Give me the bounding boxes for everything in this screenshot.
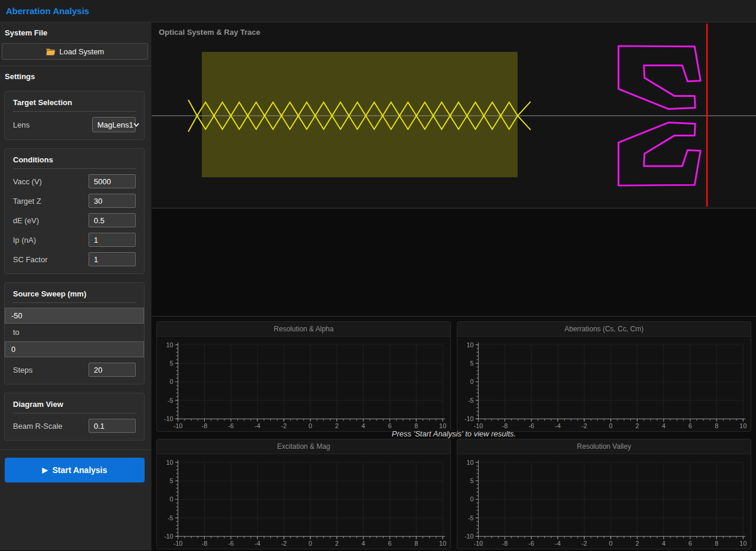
svg-text:-10: -10 [474, 540, 483, 547]
svg-text:6: 6 [688, 540, 692, 547]
svg-text:-5: -5 [168, 397, 174, 404]
svg-text:0: 0 [309, 422, 312, 429]
svg-text:0: 0 [170, 495, 174, 503]
svg-text:-5: -5 [468, 514, 474, 521]
svg-text:-10: -10 [164, 415, 174, 422]
chart-plot-area: -10-8-6-4-20246810-10-50510 [157, 454, 450, 549]
svg-text:4: 4 [662, 422, 666, 429]
steps-label: Steps [13, 366, 32, 374]
svg-text:10: 10 [166, 341, 174, 348]
ray-trace-diagram [152, 22, 756, 208]
chart-plot-area: -10-8-6-4-20246810-10-50510 [157, 337, 450, 431]
play-icon: ▶ [42, 466, 47, 474]
svg-text:8: 8 [715, 422, 718, 429]
vacc-label: Vacc (V) [13, 177, 42, 186]
sc-factor-input[interactable] [89, 252, 136, 266]
app-title: Aberration Analysis [6, 6, 89, 16]
svg-text:10: 10 [739, 540, 747, 547]
svg-text:-10: -10 [474, 422, 483, 429]
svg-text:2: 2 [335, 422, 339, 429]
svg-text:5: 5 [170, 360, 174, 367]
svg-text:6: 6 [388, 540, 391, 547]
load-system-button-label: Load System [60, 47, 104, 56]
sidebar-divider [0, 449, 151, 450]
lens-label: Lens [13, 120, 30, 129]
chart-title: Aberrations (Cs, Cc, Cm) [457, 322, 751, 337]
svg-text:6: 6 [688, 422, 692, 429]
de-label: dE (eV) [13, 216, 39, 225]
svg-text:-10: -10 [464, 533, 474, 540]
target-z-label: Target Z [13, 197, 41, 206]
svg-text:-5: -5 [168, 514, 174, 521]
svg-text:-10: -10 [464, 415, 474, 422]
chart-title: Excitation & Mag [157, 439, 450, 454]
svg-text:-10: -10 [164, 533, 174, 540]
ray-trace-title: Optical System & Ray Trace [159, 28, 260, 37]
conditions-panel: Conditions Vacc (V) Target Z dE (eV) Ip … [4, 148, 145, 274]
target-selection-panel: Target Selection Lens MagLens1 [4, 91, 145, 140]
diagram-view-panel: Diagram View Beam R-Scale [4, 393, 145, 441]
sc-factor-label: SC Factor [13, 255, 48, 264]
vacc-input[interactable] [89, 174, 136, 188]
load-system-button[interactable]: Load System [2, 43, 148, 60]
svg-text:-2: -2 [581, 422, 587, 429]
sweep-to-label: to [13, 328, 136, 337]
svg-text:-4: -4 [254, 422, 260, 429]
svg-text:-4: -4 [555, 540, 561, 547]
svg-text:-8: -8 [202, 540, 208, 547]
sweep-to-input[interactable] [5, 341, 144, 357]
target-selection-title: Target Selection [13, 98, 136, 112]
svg-text:4: 4 [662, 540, 666, 547]
svg-text:2: 2 [335, 540, 339, 547]
chevron-down-icon [133, 123, 139, 127]
folder-icon [46, 48, 55, 56]
beam-r-scale-input[interactable] [89, 419, 136, 433]
svg-text:2: 2 [636, 422, 639, 429]
svg-text:10: 10 [439, 540, 446, 547]
svg-text:-8: -8 [202, 422, 208, 429]
svg-text:-4: -4 [254, 540, 260, 547]
settings-section-label: Settings [0, 66, 151, 86]
svg-text:0: 0 [609, 422, 613, 429]
diagram-view-title: Diagram View [13, 400, 136, 413]
svg-text:10: 10 [467, 341, 474, 348]
chart-title: Resolution Valley [457, 439, 751, 454]
steps-input[interactable] [89, 363, 136, 377]
source-sweep-panel: Source Sweep (mm) to Steps [4, 282, 145, 384]
svg-text:10: 10 [439, 422, 446, 429]
lens-select-value: MagLens1 [97, 120, 133, 129]
de-input[interactable] [89, 213, 136, 227]
svg-text:0: 0 [309, 540, 312, 547]
svg-text:5: 5 [470, 477, 474, 484]
svg-text:8: 8 [414, 422, 418, 429]
results-area: Resolution & Alpha -10-8-6-4-20246810-10… [152, 316, 756, 550]
svg-text:5: 5 [170, 477, 174, 484]
top-bar: Aberration Analysis [0, 0, 756, 22]
start-analysis-button-label: Start Analysis [53, 465, 107, 475]
lens-select[interactable]: MagLens1 [92, 117, 136, 132]
svg-text:4: 4 [362, 540, 365, 547]
sweep-from-input[interactable] [5, 308, 144, 324]
svg-text:4: 4 [362, 422, 365, 429]
svg-text:10: 10 [739, 422, 747, 429]
ip-input[interactable] [89, 233, 136, 247]
beam-r-scale-label: Beam R-Scale [13, 422, 63, 431]
svg-text:-6: -6 [228, 422, 234, 429]
svg-text:-2: -2 [581, 540, 587, 547]
chart-plot-area: -10-8-6-4-20246810-10-50510 [457, 454, 751, 549]
start-analysis-button[interactable]: ▶ Start Analysis [5, 458, 145, 482]
svg-text:-6: -6 [528, 422, 534, 429]
svg-text:10: 10 [166, 459, 174, 466]
target-z-input[interactable] [89, 194, 136, 208]
svg-text:-10: -10 [174, 422, 183, 429]
sidebar: System File Load System Settings Target … [0, 22, 152, 550]
source-sweep-title: Source Sweep (mm) [13, 289, 136, 303]
results-placeholder-message: Press 'Start Analysis' to view results. [392, 429, 516, 438]
chart-title: Resolution & Alpha [157, 322, 450, 337]
svg-text:10: 10 [467, 459, 474, 466]
svg-text:-10: -10 [174, 540, 183, 547]
chart-aberrations: Aberrations (Cs, Cc, Cm) -10-8-6-4-20246… [457, 321, 751, 432]
chart-resolution-alpha: Resolution & Alpha -10-8-6-4-20246810-10… [156, 321, 451, 432]
chart-plot-area: -10-8-6-4-20246810-10-50510 [457, 337, 751, 431]
svg-text:0: 0 [470, 378, 474, 385]
